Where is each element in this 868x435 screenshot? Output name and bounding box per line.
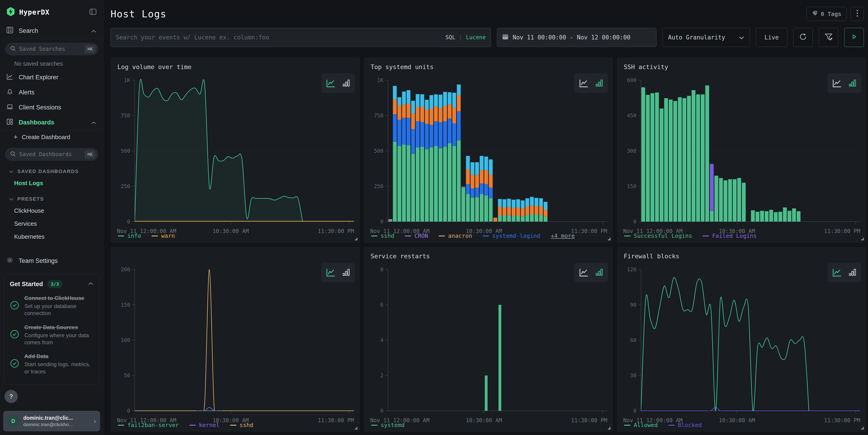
y-tick-label: 0 (127, 408, 130, 414)
resize-handle-icon[interactable] (353, 426, 358, 430)
chart-type-toggle[interactable] (321, 73, 355, 93)
chart-type-toggle[interactable] (574, 262, 608, 282)
search-icon (10, 151, 16, 158)
x-tick-label: 10:30:00 AM (212, 228, 249, 235)
refresh-icon (799, 32, 807, 42)
resize-handle-icon[interactable] (860, 237, 864, 241)
legend-item[interactable]: Failed Logins (703, 232, 757, 239)
saved-searches-field[interactable] (19, 46, 82, 52)
bar-chart-icon[interactable] (341, 268, 351, 277)
legend-item[interactable]: systemd (371, 422, 405, 428)
hyperdx-logo-icon (6, 7, 15, 17)
y-tick-label: 0 (380, 408, 383, 414)
line-chart-icon[interactable] (325, 78, 336, 89)
legend-item[interactable]: warn (152, 232, 175, 239)
legend-item[interactable]: systemd-logind (483, 232, 540, 239)
page-title: Host Logs (111, 8, 167, 20)
avatar: D (7, 415, 19, 427)
legend-item[interactable]: Successful Logins (624, 232, 692, 239)
filter-button[interactable] (819, 28, 838, 47)
chart-legend: sshdCRONanacronsystemd-logind+4 more (371, 232, 575, 239)
task-title: Add Data (24, 353, 91, 360)
sidebar-preset-services[interactable]: Services (0, 217, 103, 230)
run-query-button[interactable] (844, 28, 864, 47)
bar-chart-icon[interactable] (594, 268, 604, 277)
panel-menu-button[interactable] (851, 7, 864, 21)
bar-chart-icon[interactable] (847, 268, 857, 277)
chart-type-toggle[interactable] (828, 73, 861, 93)
chart-type-toggle[interactable] (828, 262, 861, 282)
chevron-up-icon[interactable] (88, 282, 93, 286)
bar-chart-icon[interactable] (341, 79, 351, 88)
resize-handle-icon[interactable] (607, 426, 611, 430)
legend-item[interactable]: sshd (230, 422, 253, 428)
sql-mode-button[interactable]: SQL (445, 34, 455, 40)
saved-dashboards-field[interactable] (19, 151, 82, 158)
tags-button[interactable]: 0 Tags (806, 7, 846, 21)
legend-label: systemd-logind (492, 232, 540, 239)
get-started-title: Get Started (10, 281, 43, 288)
collapse-sidebar-icon[interactable] (90, 9, 96, 16)
legend-more-button[interactable]: +4 more (551, 232, 575, 239)
saved-dashboards-input[interactable]: ⌘K (5, 148, 98, 161)
sidebar-item-search[interactable]: Search (0, 23, 103, 38)
legend-item[interactable]: anacron (439, 232, 472, 239)
date-range-value: Nov 11 00:00:00 - Nov 12 00:00:00 (513, 34, 630, 41)
task-connect-clickhouse[interactable]: Connect to ClickHouse Set up your databa… (10, 294, 93, 317)
sidebar-item-label: Search (19, 27, 86, 34)
live-button[interactable]: Live (756, 28, 787, 47)
search-nav-icon (6, 27, 13, 35)
legend-item[interactable]: sshd (371, 232, 394, 239)
legend-label: systemd (381, 422, 405, 428)
sidebar-dashboard-host-logs[interactable]: Host Logs (0, 177, 103, 190)
help-button[interactable]: ? (5, 390, 18, 403)
search-icon (10, 45, 16, 53)
sidebar-item-client-sessions[interactable]: Client Sessions (0, 100, 103, 115)
sidebar-item-team-settings[interactable]: Team Settings (0, 253, 103, 268)
saved-searches-input[interactable]: ⌘K (5, 43, 98, 55)
bar-chart-icon[interactable] (847, 79, 857, 88)
line-chart-icon[interactable] (578, 267, 589, 278)
chart-type-toggle[interactable] (321, 262, 355, 282)
sidebar-item-dashboards[interactable]: Dashboards (0, 115, 103, 130)
sidebar-preset-kubernetes[interactable]: Kubernetes (0, 230, 103, 243)
legend-item[interactable]: CRON (405, 232, 428, 239)
event-search-field[interactable] (116, 34, 441, 41)
resize-handle-icon[interactable] (860, 426, 864, 430)
legend-label: Allowed (634, 422, 658, 428)
line-chart-icon[interactable] (832, 267, 842, 278)
user-menu[interactable]: D dominic.tran@clic... dominic.tran@clic… (3, 411, 100, 431)
chart-type-toggle[interactable] (574, 73, 608, 93)
event-search-input[interactable]: SQL | Lucene (111, 28, 491, 47)
series-CRON (388, 220, 392, 221)
legend-item[interactable]: info (118, 232, 141, 239)
create-dashboard-button[interactable]: + Create Dashboard (0, 130, 103, 144)
check-circle-icon (10, 330, 20, 340)
legend-item[interactable]: fail2ban-server (118, 422, 179, 428)
granularity-value: Auto Granularity (668, 34, 725, 41)
resize-handle-icon[interactable] (607, 237, 611, 241)
chart-panel: 050100150200Nov 11 12:00:00 AM10:30:00 A… (111, 247, 360, 432)
sidebar-item-alerts[interactable]: Alerts (0, 85, 103, 100)
lucene-mode-button[interactable]: Lucene (466, 34, 486, 40)
task-add-data[interactable]: Add Data Start sending logs, metrics, or… (10, 353, 93, 375)
y-tick-label: 1K (377, 77, 383, 83)
granularity-select[interactable]: Auto Granularity (662, 28, 750, 47)
legend-item[interactable]: Blocked (668, 422, 702, 428)
sidebar-preset-clickhouse[interactable]: ClickHouse (0, 204, 103, 217)
section-saved-dashboards[interactable]: SAVED DASHBOARDS (9, 168, 97, 175)
legend-item[interactable]: kernel (189, 422, 219, 428)
date-range-picker[interactable]: Nov 11 00:00:00 - Nov 12 00:00:00 (497, 28, 656, 47)
line-chart-icon[interactable] (325, 267, 336, 278)
refresh-button[interactable] (793, 28, 813, 47)
task-create-data-sources[interactable]: Create Data Sources Configure where your… (10, 324, 93, 346)
bar-chart-icon[interactable] (594, 79, 604, 88)
line-chart-icon[interactable] (832, 78, 842, 89)
section-presets[interactable]: PRESETS (9, 196, 97, 202)
sidebar-item-chart-explorer[interactable]: Chart Explorer (0, 70, 103, 85)
resize-handle-icon[interactable] (353, 237, 358, 241)
legend-item[interactable]: Allowed (624, 422, 658, 428)
chart-panel: Log volume over time02505007501KNov 11 1… (111, 58, 360, 243)
line-chart-icon[interactable] (578, 78, 589, 89)
brand[interactable]: HyperDX (6, 7, 50, 17)
